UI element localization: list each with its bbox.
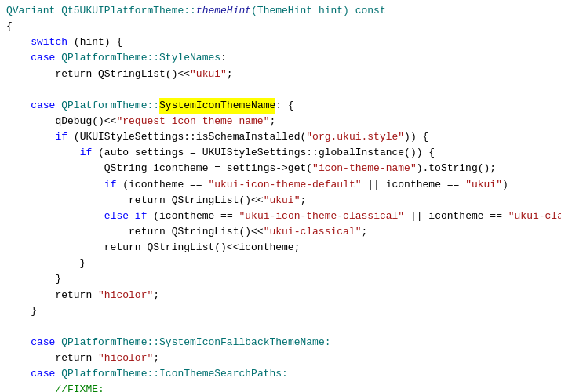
code-segment: QPlatformTheme:: xyxy=(55,98,159,114)
code-segment: StyleNames xyxy=(159,50,220,66)
code-segment xyxy=(6,50,31,66)
code-line: QString icontheme = settings->get("icon-… xyxy=(0,161,561,176)
code-segment: ; xyxy=(361,224,367,240)
code-segment: //FIXME: xyxy=(6,382,104,392)
code-segment: case xyxy=(31,366,55,382)
code-segment xyxy=(6,335,31,350)
code-line: return "hicolor"; xyxy=(0,288,561,303)
code-segment: case xyxy=(31,50,55,66)
code-line: QVariant Qt5UKUIPlatformTheme::themeHint… xyxy=(0,3,561,19)
code-segment: return QStringList()<< xyxy=(6,67,190,82)
code-segment: QPlatformTheme:: xyxy=(55,50,159,66)
code-segment: "ukui" xyxy=(190,67,227,82)
code-segment: ; xyxy=(269,114,275,129)
code-segment: "icon-theme-name" xyxy=(312,161,417,176)
code-segment xyxy=(6,34,31,50)
code-segment: } xyxy=(6,271,61,287)
code-segment: (hint) { xyxy=(67,34,122,50)
code-segment: return QStringList()<<icontheme; xyxy=(6,240,300,256)
code-line: return QStringList()<<"ukui"; xyxy=(0,193,561,209)
code-line: if (UKUIStyleSettings::isSchemaInstalled… xyxy=(0,129,561,145)
code-segment: QString icontheme = settings->get( xyxy=(6,161,312,176)
code-segment: ; xyxy=(153,350,159,366)
code-segment: ; xyxy=(153,288,159,303)
code-segment: (icontheme == xyxy=(147,209,239,224)
code-segment: (ThemeHint hint) const xyxy=(251,3,386,19)
code-segment: ).toString(); xyxy=(417,161,496,176)
code-segment xyxy=(6,366,31,382)
code-segment: "ukui" xyxy=(465,177,502,193)
code-segment: : { xyxy=(275,98,293,114)
code-segment xyxy=(6,209,104,224)
code-segment: qDebug()<< xyxy=(6,114,116,129)
code-segment: "ukui-icon-theme-classical" xyxy=(239,209,405,224)
code-segment: "ukui-icon-theme-default" xyxy=(208,177,361,193)
code-segment xyxy=(6,177,104,193)
code-segment xyxy=(6,129,55,145)
code-segment xyxy=(6,145,80,161)
code-segment: "org.ukui.style" xyxy=(306,129,404,145)
code-segment: "ukui-classical" xyxy=(264,224,362,240)
code-segment: case xyxy=(31,98,55,114)
code-segment: if xyxy=(104,177,117,193)
code-segment: (UKUIStyleSettings::isSchemaInstalled( xyxy=(67,129,306,145)
code-segment: ; xyxy=(300,193,306,209)
code-line: case QPlatformTheme::StyleNames: xyxy=(0,50,561,66)
code-line: switch (hint) { xyxy=(0,34,561,50)
code-segment: if xyxy=(135,209,148,224)
code-segment: : xyxy=(220,50,227,66)
code-segment: } xyxy=(6,303,37,319)
code-segment: "ukui" xyxy=(264,193,301,209)
code-segment: return QStringList()<< xyxy=(6,193,264,209)
code-segment: "request icon theme name" xyxy=(116,114,269,129)
code-segment: QVariant Qt5UKUIPlatformTheme:: xyxy=(6,3,196,19)
code-segment: if xyxy=(80,145,93,161)
code-segment: "hicolor" xyxy=(98,350,153,366)
code-segment: (auto settings = UKUIStyleSettings::glob… xyxy=(92,145,435,161)
code-line: } xyxy=(0,256,561,271)
code-segment: { xyxy=(6,19,13,34)
code-segment: ) xyxy=(502,177,508,193)
code-line: if (icontheme == "ukui-icon-theme-defaul… xyxy=(0,177,561,193)
code-line: { xyxy=(0,19,561,34)
code-segment: ; xyxy=(227,67,233,82)
code-line xyxy=(0,319,561,335)
code-line: case QPlatformTheme::IconThemeSearchPath… xyxy=(0,366,561,382)
code-segment: || icontheme == xyxy=(362,177,466,193)
code-segment: QPlatformTheme::IconThemeSearchPaths: xyxy=(55,366,287,382)
code-line: return "hicolor"; xyxy=(0,350,561,366)
code-line: return QStringList()<<"ukui"; xyxy=(0,67,561,82)
code-line xyxy=(0,82,561,98)
code-segment: || icontheme == xyxy=(404,209,508,224)
code-editor: QVariant Qt5UKUIPlatformTheme::themeHint… xyxy=(0,0,561,392)
code-segment: themeHint xyxy=(196,3,251,19)
code-segment: (icontheme == xyxy=(116,177,208,193)
code-segment: return xyxy=(6,350,98,366)
code-line: } xyxy=(0,303,561,319)
code-segment: "hicolor" xyxy=(98,288,153,303)
code-line: qDebug()<<"request icon theme name"; xyxy=(0,114,561,129)
code-line: case QPlatformTheme::SystemIconFallbackT… xyxy=(0,335,561,350)
code-line: if (auto settings = UKUIStyleSettings::g… xyxy=(0,145,561,161)
code-line: else if (icontheme == "ukui-icon-theme-c… xyxy=(0,209,561,224)
code-segment: QPlatformTheme::SystemIconFallbackThemeN… xyxy=(55,335,330,350)
code-segment: } xyxy=(6,256,86,271)
code-line: } xyxy=(0,271,561,287)
code-line: case QPlatformTheme::SystemIconThemeName… xyxy=(0,98,561,114)
code-segment: )) { xyxy=(404,129,428,145)
code-line: return QStringList()<<icontheme; xyxy=(0,240,561,256)
code-segment: if xyxy=(55,129,67,145)
code-segment: return xyxy=(6,288,98,303)
code-segment: return QStringList()<< xyxy=(6,224,264,240)
code-line: //FIXME: xyxy=(0,382,561,392)
code-segment: "ukui-classical" xyxy=(508,209,561,224)
code-segment xyxy=(129,209,135,224)
code-segment: switch xyxy=(31,34,67,50)
code-segment: SystemIconThemeName xyxy=(159,98,275,114)
code-segment: case xyxy=(31,335,55,350)
code-line: return QStringList()<<"ukui-classical"; xyxy=(0,224,561,240)
code-segment: else xyxy=(104,209,129,224)
code-segment xyxy=(6,98,31,114)
